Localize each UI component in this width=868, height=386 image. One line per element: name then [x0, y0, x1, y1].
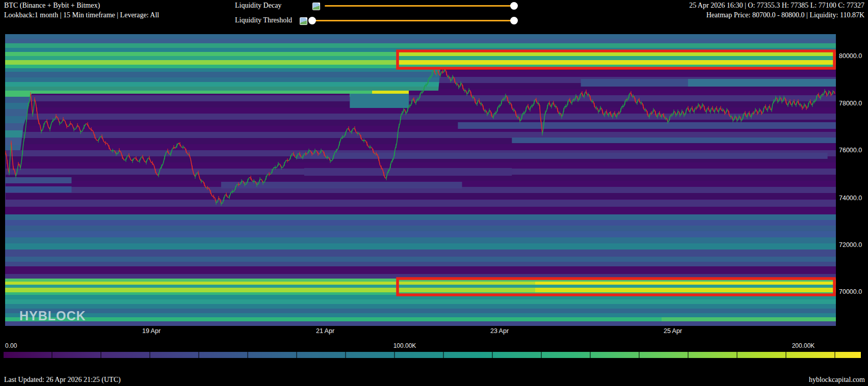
liquidity-decay-slider-track[interactable]	[325, 5, 515, 7]
liquidity-colorbar	[4, 352, 861, 358]
y-axis-tick: 70000.0	[839, 288, 862, 295]
x-axis-tick: 23 Apr	[490, 327, 509, 335]
hyblock-watermark: HYBLOCK	[19, 309, 86, 323]
colorbar-label: 100.00K	[393, 342, 416, 349]
x-axis-tick: 19 Apr	[142, 327, 161, 335]
ohlc-readout: 25 Apr 2026 16:30 | O: 77355.3 H: 77385 …	[689, 2, 864, 10]
y-axis-tick: 78000.0	[839, 100, 862, 107]
liquidity-threshold-slider-handle-max[interactable]	[510, 17, 518, 24]
liquidity-threshold-slider-track[interactable]	[313, 20, 515, 21]
colorbar-label: 0.00	[5, 342, 17, 349]
colorbar-label: 200.00K	[792, 342, 815, 349]
y-axis-tick: 72000.0	[839, 241, 862, 249]
liquidity-decay-slider-handle[interactable]	[510, 2, 518, 10]
consumed-liquidity-region	[6, 69, 836, 200]
lookback-settings: Lookback:1 month | 15 Min timeframe | Le…	[4, 11, 159, 19]
liquidity-heatmap-plot[interactable]	[5, 34, 836, 326]
heatmap-price-readout: Heatmap Price: 80700.0 - 80800.0 | Liqui…	[706, 11, 864, 19]
x-axis-tick: 21 Apr	[316, 327, 334, 335]
y-axis-tick: 74000.0	[839, 195, 862, 202]
heatmap-overlay	[5, 34, 836, 326]
image-placeholder-icon	[312, 3, 320, 10]
highlight-box	[398, 51, 834, 68]
last-updated-text: Last Updated: 26 Apr 2026 21:25 (UTC)	[4, 376, 121, 384]
y-axis-tick: 80000.0	[839, 52, 862, 60]
symbol-title: BTC (Binance + Bybit + Bitmex)	[4, 2, 100, 10]
highlight-box	[398, 279, 834, 295]
x-axis-tick: 25 Apr	[664, 327, 682, 335]
liquidity-decay-label: Liquidity Decay	[235, 2, 281, 10]
liquidity-threshold-slider-handle-min[interactable]	[308, 17, 316, 24]
image-placeholder-icon	[300, 17, 307, 25]
site-link[interactable]: hyblockcapital.com	[809, 376, 865, 384]
liquidity-threshold-label: Liquidity Threshold	[235, 16, 292, 24]
y-axis-tick: 76000.0	[839, 147, 862, 154]
